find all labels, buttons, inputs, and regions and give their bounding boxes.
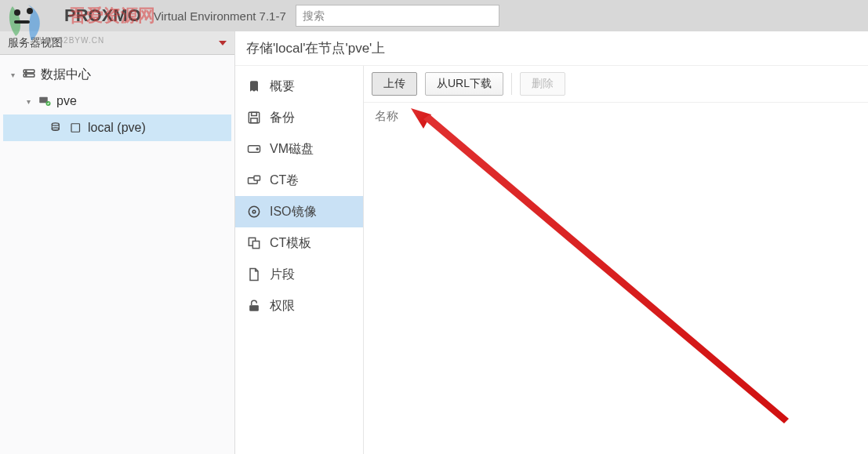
- brand-logo: [8, 2, 55, 30]
- content-split: 概要 备份 VM磁盘: [235, 66, 868, 454]
- content-main: 上传 从URL下载 删除 名称: [364, 66, 868, 454]
- sidebar-item-label: CT模板: [270, 235, 311, 252]
- svg-point-9: [52, 123, 59, 125]
- tree-row-datacenter[interactable]: ▾ 数据中心: [3, 61, 231, 88]
- sidebar-item-label: CT卷: [270, 173, 299, 189]
- storage-tab-sidebar: 概要 备份 VM磁盘: [235, 66, 364, 454]
- app-header: PROXMO 吾爱资源网 Virtual Environment 7.1-7: [0, 0, 868, 31]
- tree-row-storage-local[interactable]: local (pve): [3, 114, 231, 141]
- svg-rect-11: [71, 124, 80, 133]
- sidebar-item-iso[interactable]: ISO镜像: [235, 196, 363, 227]
- tree-label: 数据中心: [41, 67, 91, 83]
- left-tree-panel: 服务器视图 ▾ 数据中心 ▾: [0, 31, 235, 454]
- svg-point-6: [26, 75, 27, 76]
- list-column-header-name[interactable]: 名称: [364, 102, 868, 130]
- toolbar-separator: [511, 73, 512, 95]
- breadcrumb: 存储'local'在节点'pve'上: [235, 31, 868, 66]
- search-input[interactable]: [296, 5, 499, 27]
- sidebar-item-snippet[interactable]: 片段: [235, 259, 363, 290]
- version-label: Virtual Environment 7.1-7: [154, 9, 286, 23]
- datacenter-icon: [22, 67, 36, 82]
- chevron-down-icon: [219, 41, 227, 45]
- sidebar-item-label: 备份: [270, 110, 295, 126]
- sidebar-item-backup[interactable]: 备份: [235, 102, 363, 133]
- svg-point-5: [26, 71, 27, 71]
- content-toolbar: 上传 从URL下载 删除: [364, 66, 868, 102]
- watermark-overlay-text: 吾爱资源网: [69, 4, 155, 27]
- right-content-panel: 存储'local'在节点'pve'上 概要 备份: [235, 31, 868, 454]
- sidebar-item-label: 概要: [270, 78, 295, 95]
- svg-point-16: [256, 148, 258, 150]
- delete-button[interactable]: 删除: [520, 72, 565, 96]
- disc-icon: [246, 204, 262, 220]
- watermark-url: WWW.52BYW.CN: [31, 36, 104, 45]
- floppy-icon: [246, 110, 262, 125]
- resource-tree: ▾ 数据中心 ▾: [0, 55, 234, 147]
- tree-label: pve: [56, 94, 77, 108]
- sidebar-item-label: VM磁盘: [270, 141, 314, 158]
- template-icon: [246, 235, 262, 251]
- main-layout: 服务器视图 ▾ 数据中心 ▾: [0, 31, 868, 454]
- folder-icon: [69, 121, 83, 135]
- svg-point-19: [249, 206, 259, 216]
- sidebar-item-summary[interactable]: 概要: [235, 71, 363, 102]
- breadcrumb-text: 存储'local'在节点'pve'上: [246, 39, 385, 57]
- svg-rect-18: [254, 176, 260, 180]
- sidebar-item-vmdisk[interactable]: VM磁盘: [235, 133, 363, 165]
- download-from-url-button[interactable]: 从URL下载: [425, 72, 503, 96]
- tree-row-node-pve[interactable]: ▾ pve: [3, 88, 231, 114]
- tree-label: local (pve): [88, 121, 146, 135]
- sidebar-item-label: 权限: [270, 298, 295, 314]
- unlock-icon: [246, 298, 262, 314]
- server-node-icon: [38, 94, 52, 108]
- hdd-icon: [246, 141, 262, 157]
- sidebar-item-label: 片段: [270, 267, 295, 283]
- svg-rect-13: [252, 112, 257, 115]
- svg-point-20: [252, 210, 256, 213]
- ct-volume-icon: [246, 173, 262, 188]
- svg-rect-14: [251, 118, 257, 123]
- storage-icon: [50, 121, 64, 135]
- svg-rect-23: [249, 305, 259, 311]
- svg-rect-22: [252, 242, 259, 249]
- file-icon: [246, 267, 262, 282]
- sidebar-item-permissions[interactable]: 权限: [235, 290, 363, 321]
- sidebar-item-label: ISO镜像: [270, 204, 317, 220]
- upload-button[interactable]: 上传: [372, 72, 417, 96]
- sidebar-item-ctvol[interactable]: CT卷: [235, 165, 363, 196]
- svg-point-10: [52, 128, 59, 130]
- brand-text: PROXMO 吾爱资源网: [64, 5, 141, 26]
- tree-expander-icon[interactable]: ▾: [24, 96, 33, 106]
- tree-expander-icon[interactable]: ▾: [8, 70, 17, 79]
- sidebar-item-cttemplate[interactable]: CT模板: [235, 227, 363, 259]
- book-icon: [246, 78, 262, 94]
